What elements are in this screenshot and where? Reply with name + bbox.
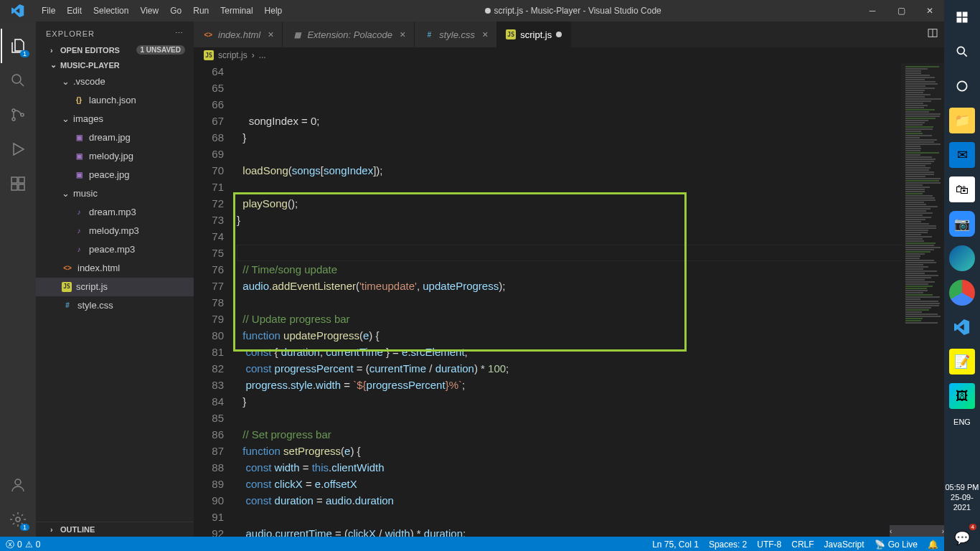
- tab-script-js[interactable]: JSscript.js: [497, 22, 571, 47]
- close-tab-icon[interactable]: ×: [268, 29, 273, 40]
- chrome-icon[interactable]: [949, 280, 975, 306]
- svg-rect-4: [11, 177, 17, 183]
- system-clock[interactable]: 05:59 PM 25-09-2021: [944, 482, 980, 517]
- file-dream-jpg[interactable]: ▣dream.jpg: [36, 128, 194, 147]
- svg-point-9: [16, 517, 20, 522]
- mail-icon[interactable]: ✉: [949, 142, 975, 168]
- tab-extension-polacode[interactable]: ▦Extension: Polacode×: [283, 22, 415, 47]
- edge-icon[interactable]: [949, 245, 975, 271]
- file-style-css[interactable]: #style.css: [36, 296, 194, 315]
- close-tab-icon[interactable]: ×: [400, 29, 405, 40]
- code-content[interactable]: songIndex = 0; } loadSong(songs[songInde…: [237, 63, 944, 537]
- notes-icon[interactable]: 📝: [949, 349, 975, 375]
- file-dream-mp3[interactable]: ♪dream.mp3: [36, 203, 194, 222]
- status-bar: ⓧ 0 ⚠ 0 Ln 75, Col 1 Spaces: 2 UTF-8 CRL…: [0, 537, 944, 551]
- menu-go[interactable]: Go: [164, 6, 187, 16]
- menu-view[interactable]: View: [134, 6, 164, 16]
- language-indicator[interactable]: ENG: [953, 418, 971, 426]
- extension-icon: ▦: [291, 29, 303, 40]
- file-peace-mp3[interactable]: ♪peace.mp3: [36, 240, 194, 259]
- unsaved-badge: 1 UNSAVED: [136, 45, 186, 55]
- run-debug-icon[interactable]: [1, 132, 35, 166]
- zoom-icon[interactable]: 📷: [949, 211, 975, 237]
- project-section[interactable]: ⌄MUSIC-PLAYER: [36, 57, 194, 72]
- window-title-text: script.js - Music-Player - Visual Studio…: [494, 6, 661, 16]
- settings-badge: 1: [20, 524, 29, 531]
- windows-search-icon[interactable]: [949, 39, 975, 65]
- image-icon: ▣: [73, 151, 85, 162]
- editor-tabs: <>index.html×▦Extension: Polacode×#style…: [194, 22, 944, 47]
- tab-style-css[interactable]: #style.css×: [415, 22, 497, 47]
- json-icon: {}: [73, 95, 85, 106]
- close-button[interactable]: ✕: [915, 6, 944, 16]
- audio-icon: ♪: [73, 244, 85, 255]
- minimize-button[interactable]: ─: [858, 6, 887, 16]
- menu-run[interactable]: Run: [187, 6, 215, 16]
- status-errors[interactable]: ⓧ 0 ⚠ 0: [6, 539, 40, 551]
- status-spaces[interactable]: Spaces: 2: [709, 540, 747, 550]
- open-editors-section[interactable]: ›OPEN EDITORS 1 UNSAVED: [36, 42, 194, 57]
- menu-terminal[interactable]: Terminal: [215, 6, 258, 16]
- explorer-more-icon[interactable]: ⋯: [175, 29, 184, 38]
- menu-help[interactable]: Help: [259, 6, 288, 16]
- photos-icon[interactable]: 🖼: [949, 383, 975, 409]
- folder-vscode[interactable]: ⌄.vscode: [36, 72, 194, 91]
- titlebar: FileEditSelectionViewGoRunTerminalHelp s…: [0, 0, 944, 22]
- svg-point-1: [12, 109, 15, 112]
- maximize-button[interactable]: ▢: [887, 6, 915, 16]
- account-icon[interactable]: [1, 468, 35, 502]
- file-melody-mp3[interactable]: ♪melody.mp3: [36, 222, 194, 240]
- explorer-icon[interactable]: 1: [1, 29, 35, 63]
- status-cursor-pos[interactable]: Ln 75, Col 1: [652, 540, 699, 550]
- menubar: FileEditSelectionViewGoRunTerminalHelp: [36, 6, 288, 16]
- svg-point-0: [12, 75, 21, 83]
- tab-index-html[interactable]: <>index.html×: [194, 22, 283, 47]
- split-editor-icon[interactable]: [927, 27, 938, 39]
- folder-music[interactable]: ⌄music: [36, 184, 194, 203]
- editor: <>index.html×▦Extension: Polacode×#style…: [194, 22, 944, 537]
- audio-icon: ♪: [73, 225, 85, 237]
- svg-point-2: [12, 118, 15, 121]
- source-control-icon[interactable]: [1, 98, 35, 132]
- folder-images[interactable]: ⌄images: [36, 110, 194, 128]
- breadcrumb-back-icon[interactable]: ‹: [928, 548, 944, 551]
- close-tab-icon[interactable]: ×: [482, 29, 488, 40]
- file-explorer-icon[interactable]: 📁: [949, 108, 975, 133]
- extensions-icon[interactable]: [1, 166, 35, 201]
- code-editor[interactable]: 6465666768697071727374757677787980818283…: [194, 63, 944, 537]
- vscode-taskbar-icon[interactable]: [949, 314, 975, 340]
- store-icon[interactable]: 🛍: [949, 176, 975, 202]
- status-language[interactable]: JavaScript: [824, 540, 864, 550]
- file-index-html[interactable]: <>index.html: [36, 259, 194, 278]
- outline-section[interactable]: ›OUTLINE: [36, 522, 194, 537]
- status-go-live[interactable]: 📡 Go Live: [875, 540, 918, 550]
- css-icon: #: [423, 29, 435, 40]
- js-icon: JS: [204, 50, 214, 60]
- activity-bar: 1 1: [0, 22, 36, 537]
- notification-center-icon[interactable]: 💬4: [949, 525, 975, 551]
- explorer-sidebar: EXPLORER ⋯ ›OPEN EDITORS 1 UNSAVED ⌄MUSI…: [36, 22, 194, 537]
- svg-rect-11: [957, 12, 962, 17]
- cortana-icon[interactable]: [949, 73, 975, 99]
- file-script-js[interactable]: JSscript.js: [36, 278, 194, 296]
- image-icon: ▣: [73, 169, 85, 181]
- file-peace-jpg[interactable]: ▣peace.jpg: [36, 166, 194, 184]
- explorer-title: EXPLORER: [46, 29, 95, 38]
- horizontal-scrollbar[interactable]: ‹›: [890, 525, 944, 537]
- menu-edit[interactable]: Edit: [61, 6, 88, 16]
- html-icon: <>: [62, 263, 73, 274]
- minimap[interactable]: [901, 63, 944, 451]
- menu-selection[interactable]: Selection: [88, 6, 134, 16]
- file-launch-json[interactable]: {}launch.json: [36, 91, 194, 110]
- svg-point-15: [957, 47, 964, 54]
- menu-file[interactable]: File: [36, 6, 61, 16]
- file-melody-jpg[interactable]: ▣melody.jpg: [36, 147, 194, 166]
- settings-icon[interactable]: 1: [1, 502, 35, 537]
- status-encoding[interactable]: UTF-8: [757, 540, 781, 550]
- windows-start-icon[interactable]: [949, 4, 975, 30]
- search-icon[interactable]: [1, 63, 35, 98]
- svg-rect-13: [957, 18, 962, 23]
- status-eol[interactable]: CRLF: [791, 540, 814, 550]
- line-gutter: 6465666768697071727374757677787980818283…: [194, 63, 237, 537]
- breadcrumb[interactable]: JS script.js › ...: [194, 47, 944, 63]
